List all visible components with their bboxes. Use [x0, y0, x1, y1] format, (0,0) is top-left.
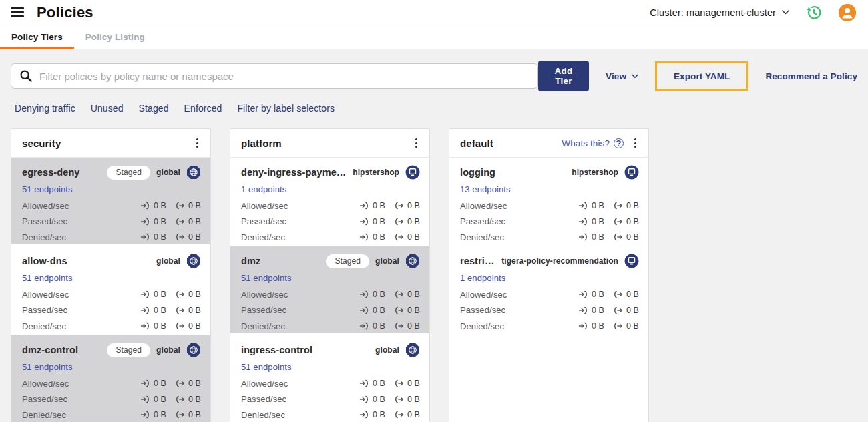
menu-icon[interactable]: [11, 7, 24, 17]
add-tier-button[interactable]: Add Tier: [538, 61, 589, 91]
kebab-menu-icon[interactable]: [412, 136, 421, 150]
filter-unused[interactable]: Unused: [91, 103, 124, 114]
history-icon[interactable]: [805, 4, 823, 21]
ingress-icon: [359, 218, 369, 226]
policy-card-egress-deny[interactable]: egress-deny Staged global 51 endpoints A…: [11, 158, 210, 244]
recommend-policy-button[interactable]: Recommend a Policy: [765, 71, 857, 81]
egress-icon: [613, 290, 623, 298]
endpoints-link[interactable]: 51 endpoints: [241, 273, 292, 283]
global-icon: [186, 343, 201, 357]
policy-scope: hipstershop: [353, 168, 399, 177]
namespace-icon: [624, 254, 639, 268]
whats-this-link[interactable]: Whats this? ?: [562, 138, 624, 148]
cluster-selector[interactable]: Cluster: management-cluster: [650, 7, 789, 18]
policy-scope: hipstershop: [572, 168, 618, 177]
egress-icon: [394, 322, 404, 330]
search-icon: [19, 69, 33, 83]
tier-columns: security egress-deny Staged global 51 en…: [11, 128, 857, 422]
endpoints-link[interactable]: 1 endpoints: [241, 184, 286, 194]
ingress-icon: [359, 290, 369, 298]
ingress-icon: [140, 379, 150, 387]
policy-card-ingress-control[interactable]: ingress-control global 51 endpoints Allo…: [230, 335, 429, 422]
chevron-down-icon: [632, 74, 638, 79]
search-input[interactable]: [39, 71, 529, 82]
ingress-icon: [359, 411, 369, 419]
policy-scope: global: [156, 256, 180, 266]
policy-card-dmz-control[interactable]: dmz-control Staged global 51 endpoints A…: [11, 335, 210, 422]
tier-card-default: default Whats this? ? logging hipstersho…: [449, 128, 649, 422]
egress-icon: [394, 290, 404, 298]
ingress-icon: [140, 233, 150, 241]
egress-icon: [613, 218, 623, 226]
global-icon: [405, 343, 420, 357]
staged-badge: Staged: [107, 343, 150, 357]
kebab-menu-icon[interactable]: [631, 136, 640, 150]
egress-icon: [394, 379, 404, 387]
ingress-icon: [578, 306, 588, 314]
egress-icon: [175, 411, 185, 419]
egress-icon: [394, 202, 404, 210]
policy-scope: global: [375, 345, 399, 355]
egress-icon: [175, 202, 185, 210]
endpoints-link[interactable]: 13 endpoints: [460, 184, 511, 194]
ingress-icon: [359, 233, 369, 241]
policy-card-allow-dns[interactable]: allow-dns global 51 endpoints Allowed/se…: [11, 246, 210, 333]
egress-icon: [613, 322, 623, 330]
tier-name: platform: [241, 138, 282, 149]
policy-card-restricted[interactable]: restricted tigera-policy-recommendation …: [449, 246, 648, 333]
filter-label-selectors[interactable]: Filter by label selectors: [237, 103, 335, 114]
kebab-menu-icon[interactable]: [193, 136, 202, 150]
filter-enforced[interactable]: Enforced: [184, 103, 222, 114]
ingress-icon: [140, 395, 150, 403]
egress-icon: [175, 290, 185, 298]
tier-name: default: [460, 138, 493, 149]
endpoints-link[interactable]: 51 endpoints: [22, 184, 73, 194]
egress-icon: [175, 395, 185, 403]
ingress-icon: [578, 233, 588, 241]
ingress-icon: [140, 306, 150, 314]
tier-name: security: [22, 138, 61, 149]
policy-name: logging: [460, 167, 495, 178]
filter-staged[interactable]: Staged: [139, 103, 169, 114]
user-avatar-icon[interactable]: [839, 4, 856, 21]
tab-bar: Policy Tiers Policy Listing: [0, 25, 868, 49]
global-icon: [405, 254, 420, 268]
export-yaml-button[interactable]: Export YAML: [655, 61, 748, 91]
ingress-icon: [140, 411, 150, 419]
ingress-icon: [578, 290, 588, 298]
toolbar: Add Tier View Export YAML Recommend a Po…: [11, 61, 857, 91]
egress-icon: [613, 202, 623, 210]
policy-scope: global: [156, 168, 180, 177]
question-icon: ?: [614, 138, 624, 148]
ingress-icon: [140, 290, 150, 298]
ingress-icon: [140, 322, 150, 330]
egress-icon: [613, 306, 623, 314]
tab-policy-tiers[interactable]: Policy Tiers: [0, 25, 74, 49]
policy-card-deny-ingress-paymentservice[interactable]: deny-ingress-paymentservi… hipstershop 1…: [230, 158, 429, 244]
endpoints-link[interactable]: 51 endpoints: [22, 362, 73, 372]
ingress-icon: [359, 202, 369, 210]
namespace-icon: [624, 165, 639, 180]
endpoints-link[interactable]: 51 endpoints: [241, 362, 292, 372]
policy-scope: global: [156, 345, 180, 355]
policy-scope: tigera-policy-recommendation: [501, 256, 618, 266]
filter-denying-traffic[interactable]: Denying traffic: [15, 103, 75, 114]
policy-card-dmz[interactable]: dmz Staged global 51 endpoints Allowed/s…: [230, 246, 429, 333]
ingress-icon: [359, 306, 369, 314]
endpoints-link[interactable]: 1 endpoints: [460, 273, 505, 283]
quick-filters: Denying traffic Unused Staged Enforced F…: [15, 103, 857, 114]
ingress-icon: [359, 322, 369, 330]
tab-policy-listing[interactable]: Policy Listing: [74, 25, 156, 49]
page-title: Policies: [37, 4, 93, 21]
view-button[interactable]: View: [606, 71, 638, 81]
policy-card-logging[interactable]: logging hipstershop 13 endpoints Allowed…: [449, 158, 648, 244]
policy-name: ingress-control: [241, 345, 312, 355]
staged-badge: Staged: [326, 254, 369, 268]
global-icon: [186, 165, 201, 180]
egress-icon: [394, 218, 404, 226]
egress-icon: [613, 233, 623, 241]
endpoints-link[interactable]: 51 endpoints: [22, 273, 73, 283]
egress-icon: [175, 379, 185, 387]
egress-icon: [394, 233, 404, 241]
policy-name: restricted: [460, 256, 497, 266]
